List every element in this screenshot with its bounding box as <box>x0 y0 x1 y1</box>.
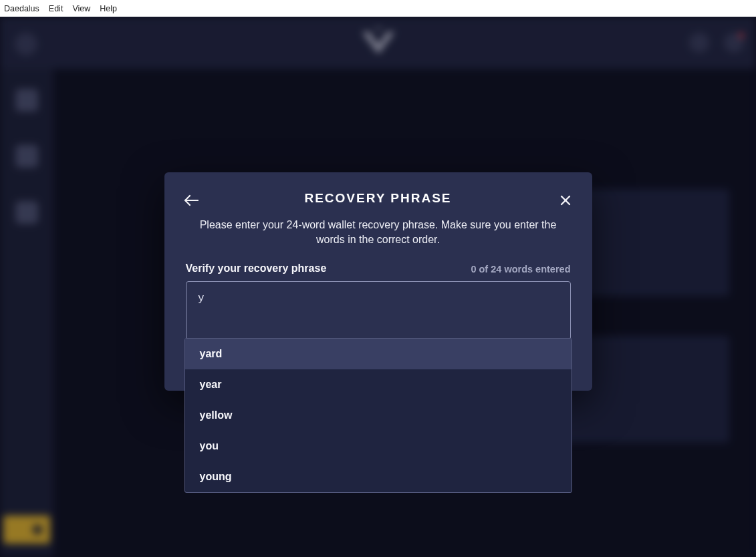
menubar: Daedalus Edit View Help <box>0 0 756 17</box>
close-button[interactable] <box>556 191 575 210</box>
menu-item-app[interactable]: Daedalus <box>4 4 39 13</box>
suggestion-item[interactable]: year <box>185 369 572 400</box>
words-entered-count: 0 of 24 words entered <box>471 264 570 274</box>
menu-item-help[interactable]: Help <box>100 4 117 13</box>
suggestion-item[interactable]: you <box>185 431 572 461</box>
menu-item-edit[interactable]: Edit <box>49 4 64 13</box>
suggestion-item[interactable]: yard <box>185 339 572 369</box>
modal-title: RECOVERY PHRASE <box>304 191 451 206</box>
modal-description: Please enter your 24-word wallet recover… <box>198 218 559 248</box>
back-button[interactable] <box>182 191 201 210</box>
menu-item-view[interactable]: View <box>72 4 90 13</box>
suggestion-item[interactable]: yellow <box>185 400 572 431</box>
verify-label: Verify your recovery phrase <box>186 262 327 274</box>
suggestion-item[interactable]: young <box>185 461 572 492</box>
suggestion-dropdown: yard year yellow you young <box>184 338 572 493</box>
recovery-phrase-input[interactable] <box>186 281 571 340</box>
